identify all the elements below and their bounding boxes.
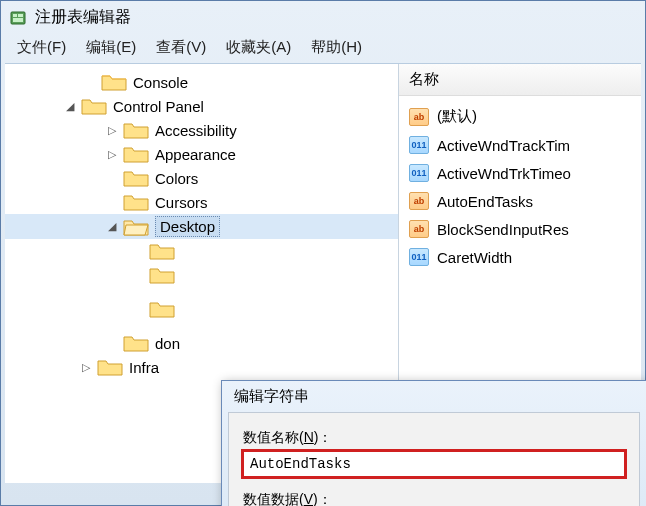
titlebar: 注册表编辑器 — [1, 1, 645, 34]
label-text: 数值名称( — [243, 429, 304, 445]
value-name-label: 数值名称(N)： — [243, 429, 625, 447]
value-name: ActiveWndTrackTim — [437, 137, 570, 154]
tree-item-control-panel[interactable]: ◢ Control Panel — [5, 94, 398, 118]
binary-value-icon: 011 — [409, 164, 429, 182]
string-value-icon: ab — [409, 108, 429, 126]
tree-label: Control Panel — [113, 98, 204, 115]
svg-rect-2 — [18, 14, 23, 17]
menu-edit[interactable]: 编辑(E) — [86, 38, 136, 57]
value-data-label: 数值数据(V)： — [243, 491, 625, 506]
column-header-name[interactable]: 名称 — [399, 64, 641, 96]
values-list: ab(默认) 011ActiveWndTrackTim 011ActiveWnd… — [399, 96, 641, 277]
tree-item-desktop-child[interactable] — [5, 239, 398, 263]
tree-item-console[interactable]: Console — [5, 70, 398, 94]
label-text: )： — [313, 491, 332, 506]
edit-string-dialog: 编辑字符串 数值名称(N)： AutoEndTasks 数值数据(V)： 1 — [221, 380, 646, 506]
tree-item-appearance[interactable]: ▷ Appearance — [5, 142, 398, 166]
menu-file[interactable]: 文件(F) — [17, 38, 66, 57]
folder-icon — [123, 168, 149, 188]
label-text: )： — [314, 429, 333, 445]
value-name: AutoEndTasks — [437, 193, 533, 210]
menu-favorites[interactable]: 收藏夹(A) — [226, 38, 291, 57]
tree-label: Cursors — [155, 194, 208, 211]
menubar: 文件(F) 编辑(E) 查看(V) 收藏夹(A) 帮助(H) — [1, 34, 645, 63]
svg-rect-1 — [13, 14, 17, 17]
tree-item-colors[interactable]: Colors — [5, 166, 398, 190]
value-name: ActiveWndTrkTimeo — [437, 165, 571, 182]
string-value-icon: ab — [409, 192, 429, 210]
content-area: Console ◢ Control Panel ▷ Accessibility … — [5, 63, 641, 483]
expander-closed-icon[interactable]: ▷ — [79, 360, 93, 374]
list-item[interactable]: 011ActiveWndTrackTim — [403, 131, 637, 159]
list-item[interactable]: abBlockSendInputRes — [403, 215, 637, 243]
folder-icon — [123, 192, 149, 212]
list-item[interactable]: abAutoEndTasks — [403, 187, 637, 215]
expander-closed-icon[interactable]: ▷ — [105, 123, 119, 137]
window-title: 注册表编辑器 — [35, 7, 131, 28]
menu-help[interactable]: 帮助(H) — [311, 38, 362, 57]
tree-item-don[interactable]: don — [5, 331, 398, 355]
value-name: BlockSendInputRes — [437, 221, 569, 238]
folder-icon — [123, 144, 149, 164]
string-value-icon: ab — [409, 220, 429, 238]
folder-icon — [97, 357, 123, 377]
expander-open-icon[interactable]: ◢ — [105, 220, 119, 234]
expander-open-icon[interactable]: ◢ — [63, 99, 77, 113]
tree-item-desktop-child[interactable] — [5, 263, 398, 287]
tree-label: Accessibility — [155, 122, 237, 139]
tree-item-desktop-child[interactable] — [5, 297, 398, 321]
label-accelerator: V — [304, 491, 313, 506]
list-item[interactable]: 011CaretWidth — [403, 243, 637, 271]
binary-value-icon: 011 — [409, 248, 429, 266]
tree-item-desktop[interactable]: ◢ Desktop — [5, 214, 398, 239]
svg-rect-3 — [13, 18, 23, 22]
folder-icon — [123, 120, 149, 140]
tree-item-cursors[interactable]: Cursors — [5, 190, 398, 214]
menu-view[interactable]: 查看(V) — [156, 38, 206, 57]
label-accelerator: N — [304, 429, 314, 445]
list-item[interactable]: 011ActiveWndTrkTimeo — [403, 159, 637, 187]
value-name: CaretWidth — [437, 249, 512, 266]
tree-label: Appearance — [155, 146, 236, 163]
folder-icon — [149, 241, 175, 261]
tree-item-infra[interactable]: ▷ Infra — [5, 355, 398, 379]
tree-label: Console — [133, 74, 188, 91]
leaf-icon — [105, 195, 119, 209]
dialog-body: 数值名称(N)： AutoEndTasks 数值数据(V)： 1 — [228, 412, 640, 506]
input-text: AutoEndTasks — [250, 456, 351, 472]
tree-item-accessibility[interactable]: ▷ Accessibility — [5, 118, 398, 142]
binary-value-icon: 011 — [409, 136, 429, 154]
expander-closed-icon[interactable]: ▷ — [105, 147, 119, 161]
label-text: 数值数据( — [243, 491, 304, 506]
folder-icon — [123, 333, 149, 353]
value-name: (默认) — [437, 107, 477, 126]
list-item[interactable]: ab(默认) — [403, 102, 637, 131]
value-name-input[interactable]: AutoEndTasks — [243, 451, 625, 477]
tree-label: don — [155, 335, 180, 352]
folder-open-icon — [123, 217, 149, 237]
registry-editor-window: 注册表编辑器 文件(F) 编辑(E) 查看(V) 收藏夹(A) 帮助(H) Co… — [0, 0, 646, 506]
folder-icon — [101, 72, 127, 92]
leaf-icon — [83, 75, 97, 89]
dialog-title: 编辑字符串 — [222, 381, 646, 412]
folder-icon — [149, 265, 175, 285]
leaf-icon — [105, 171, 119, 185]
folder-icon — [81, 96, 107, 116]
tree-label: Desktop — [155, 216, 220, 237]
folder-icon — [149, 299, 175, 319]
tree-label: Infra — [129, 359, 159, 376]
app-icon — [9, 9, 27, 27]
tree-label: Colors — [155, 170, 198, 187]
